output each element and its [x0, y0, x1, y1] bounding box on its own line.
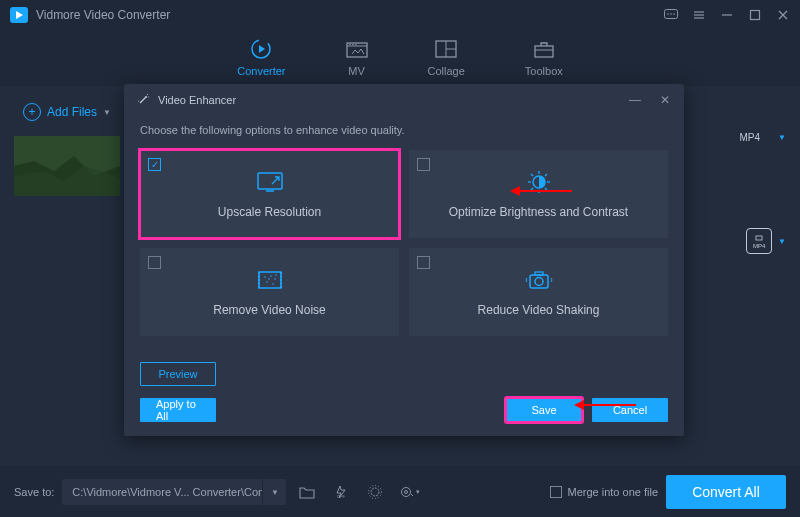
path-dropdown[interactable]: ▼: [262, 479, 286, 505]
upscale-icon: [255, 169, 285, 195]
brightness-icon: [524, 169, 554, 195]
svg-point-3: [673, 13, 675, 15]
option-optimize-brightness[interactable]: Optimize Brightness and Contrast: [409, 150, 668, 238]
dialog-description: Choose the following options to enhance …: [124, 116, 684, 150]
option-reduce-shaking[interactable]: Reduce Video Shaking: [409, 248, 668, 336]
dialog-title: Video Enhancer: [158, 94, 612, 106]
svg-point-46: [266, 281, 268, 283]
checkbox-icon: [550, 486, 562, 498]
svg-point-28: [145, 96, 147, 98]
svg-point-49: [275, 274, 277, 276]
settings-gear-icon[interactable]: ▾: [396, 479, 422, 505]
plus-icon: +: [23, 103, 41, 121]
minimize-button[interactable]: [720, 8, 734, 22]
merge-label: Merge into one file: [568, 486, 659, 498]
video-thumbnail[interactable]: [14, 136, 120, 196]
svg-line-39: [531, 188, 533, 190]
video-enhancer-dialog: Video Enhancer — ✕ Choose the following …: [124, 84, 684, 436]
option-upscale-resolution[interactable]: Upscale Resolution: [140, 150, 399, 238]
svg-line-38: [545, 174, 547, 176]
output-format-selector[interactable]: MP4 ▼: [746, 228, 786, 254]
collage-icon: [435, 39, 457, 59]
dialog-close-button[interactable]: ✕: [658, 93, 672, 107]
task-schedule-icon[interactable]: [362, 479, 388, 505]
svg-rect-8: [751, 11, 760, 20]
svg-point-48: [268, 278, 270, 280]
close-button[interactable]: [776, 8, 790, 22]
svg-point-24: [371, 488, 379, 496]
tab-converter[interactable]: Converter: [237, 39, 285, 77]
svg-line-37: [545, 188, 547, 190]
svg-point-2: [670, 13, 672, 15]
app-logo: [10, 7, 28, 23]
menu-icon[interactable]: [692, 8, 706, 22]
tab-label: Toolbox: [525, 65, 563, 77]
save-to-label: Save to:: [14, 486, 54, 498]
svg-rect-52: [535, 272, 543, 275]
toolbox-icon: [533, 39, 555, 59]
option-label: Reduce Video Shaking: [478, 303, 600, 317]
preview-button[interactable]: Preview: [140, 362, 216, 386]
chevron-down-icon[interactable]: ▼: [778, 133, 786, 142]
app-title: Vidmore Video Converter: [36, 8, 664, 22]
tab-toolbox[interactable]: Toolbox: [525, 39, 563, 77]
apply-to-all-button[interactable]: Apply to All: [140, 398, 216, 422]
option-remove-noise[interactable]: Remove Video Noise: [140, 248, 399, 336]
tab-collage[interactable]: Collage: [428, 39, 465, 77]
tab-label: Converter: [237, 65, 285, 77]
tab-label: MV: [348, 65, 365, 77]
svg-point-45: [274, 278, 276, 280]
tab-mv[interactable]: MV: [346, 39, 368, 77]
svg-text:OFF: OFF: [337, 494, 346, 499]
checkbox-icon: [148, 256, 161, 269]
enhancer-wand-icon: [136, 93, 150, 107]
svg-point-25: [369, 486, 382, 499]
tab-label: Collage: [428, 65, 465, 77]
svg-point-26: [401, 488, 410, 497]
svg-point-43: [264, 276, 266, 278]
svg-rect-20: [535, 46, 553, 57]
save-path-field[interactable]: C:\Vidmore\Vidmore V... Converter\Conver…: [62, 486, 262, 498]
checkbox-icon: [148, 158, 161, 171]
svg-rect-40: [259, 272, 281, 288]
checkbox-icon: [417, 158, 430, 171]
merge-checkbox[interactable]: Merge into one file: [550, 486, 659, 498]
svg-point-44: [270, 275, 272, 277]
option-label: Remove Video Noise: [213, 303, 326, 317]
output-format-badge: MP4: [740, 132, 761, 143]
convert-all-button[interactable]: Convert All: [666, 475, 786, 509]
hardware-accel-icon[interactable]: OFF: [328, 479, 354, 505]
svg-point-47: [272, 283, 274, 285]
svg-rect-22: [756, 236, 762, 240]
camera-shake-icon: [524, 267, 554, 293]
svg-line-36: [531, 174, 533, 176]
chevron-down-icon: ▼: [103, 108, 111, 117]
option-label: Optimize Brightness and Contrast: [449, 205, 628, 219]
svg-point-51: [535, 278, 543, 286]
option-label: Upscale Resolution: [218, 205, 321, 219]
add-files-label: Add Files: [47, 105, 97, 119]
mv-icon: [346, 39, 368, 59]
open-folder-icon[interactable]: [294, 479, 320, 505]
feedback-icon[interactable]: [664, 8, 678, 22]
svg-point-15: [352, 44, 354, 46]
svg-point-27: [404, 491, 407, 494]
svg-point-1: [667, 13, 669, 15]
dialog-minimize-button[interactable]: —: [628, 93, 642, 107]
maximize-button[interactable]: [748, 8, 762, 22]
checkbox-icon: [417, 256, 430, 269]
svg-point-16: [355, 44, 357, 46]
save-button[interactable]: Save: [506, 398, 582, 422]
cancel-button[interactable]: Cancel: [592, 398, 668, 422]
mp4-file-icon: MP4: [746, 228, 772, 254]
noise-icon: [255, 267, 285, 293]
converter-icon: [250, 39, 272, 59]
add-files-button[interactable]: + Add Files ▼: [14, 98, 120, 126]
chevron-down-icon: ▼: [778, 237, 786, 246]
svg-point-14: [349, 44, 351, 46]
